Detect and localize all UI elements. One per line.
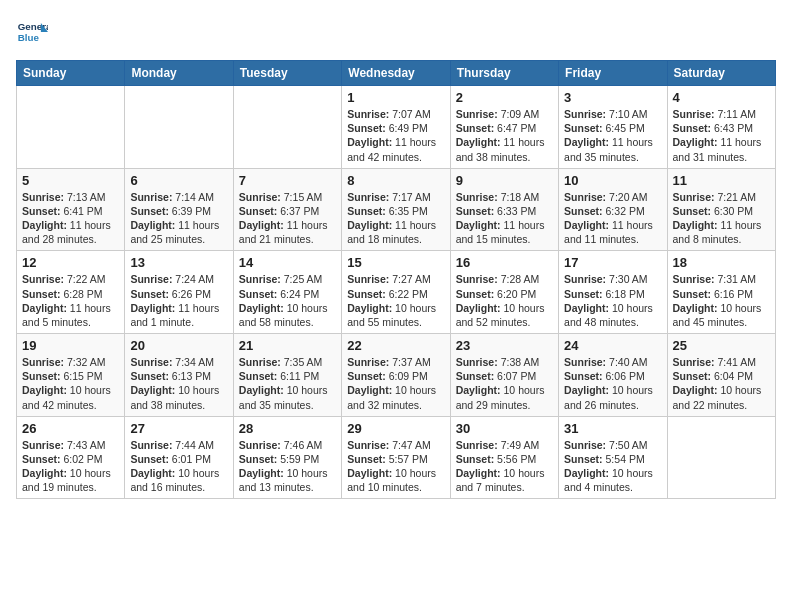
day-info: Daylight: 10 hours and 42 minutes. — [22, 383, 119, 411]
day-cell: 9Sunrise: 7:18 AMSunset: 6:33 PMDaylight… — [450, 168, 558, 251]
weekday-header-row: SundayMondayTuesdayWednesdayThursdayFrid… — [17, 61, 776, 86]
day-info: Sunrise: 7:28 AM — [456, 272, 553, 286]
day-number: 18 — [673, 255, 770, 270]
day-info: Sunrise: 7:32 AM — [22, 355, 119, 369]
day-info: Sunrise: 7:21 AM — [673, 190, 770, 204]
weekday-monday: Monday — [125, 61, 233, 86]
day-cell — [125, 86, 233, 169]
day-info: Daylight: 10 hours and 58 minutes. — [239, 301, 336, 329]
day-number: 11 — [673, 173, 770, 188]
day-number: 14 — [239, 255, 336, 270]
day-number: 24 — [564, 338, 661, 353]
day-info: Daylight: 10 hours and 45 minutes. — [673, 301, 770, 329]
day-info: Daylight: 11 hours and 5 minutes. — [22, 301, 119, 329]
week-row-2: 12Sunrise: 7:22 AMSunset: 6:28 PMDayligh… — [17, 251, 776, 334]
day-info: Sunrise: 7:40 AM — [564, 355, 661, 369]
day-info: Sunrise: 7:44 AM — [130, 438, 227, 452]
day-number: 5 — [22, 173, 119, 188]
day-cell: 18Sunrise: 7:31 AMSunset: 6:16 PMDayligh… — [667, 251, 775, 334]
day-number: 13 — [130, 255, 227, 270]
day-info: Sunrise: 7:14 AM — [130, 190, 227, 204]
day-info: Daylight: 10 hours and 38 minutes. — [130, 383, 227, 411]
day-number: 6 — [130, 173, 227, 188]
weekday-friday: Friday — [559, 61, 667, 86]
day-number: 31 — [564, 421, 661, 436]
day-info: Sunrise: 7:10 AM — [564, 107, 661, 121]
day-number: 9 — [456, 173, 553, 188]
day-info: Sunset: 6:49 PM — [347, 121, 444, 135]
page-header: General Blue — [16, 16, 776, 48]
day-cell: 17Sunrise: 7:30 AMSunset: 6:18 PMDayligh… — [559, 251, 667, 334]
calendar-body: 1Sunrise: 7:07 AMSunset: 6:49 PMDaylight… — [17, 86, 776, 499]
day-info: Sunset: 6:13 PM — [130, 369, 227, 383]
day-number: 10 — [564, 173, 661, 188]
day-info: Sunset: 6:33 PM — [456, 204, 553, 218]
day-info: Sunrise: 7:37 AM — [347, 355, 444, 369]
day-cell: 19Sunrise: 7:32 AMSunset: 6:15 PMDayligh… — [17, 334, 125, 417]
day-info: Sunset: 6:01 PM — [130, 452, 227, 466]
day-cell: 23Sunrise: 7:38 AMSunset: 6:07 PMDayligh… — [450, 334, 558, 417]
day-info: Sunset: 5:56 PM — [456, 452, 553, 466]
day-cell: 26Sunrise: 7:43 AMSunset: 6:02 PMDayligh… — [17, 416, 125, 499]
day-info: Daylight: 10 hours and 4 minutes. — [564, 466, 661, 494]
day-number: 15 — [347, 255, 444, 270]
day-number: 16 — [456, 255, 553, 270]
day-info: Sunrise: 7:46 AM — [239, 438, 336, 452]
day-number: 28 — [239, 421, 336, 436]
day-info: Sunset: 6:07 PM — [456, 369, 553, 383]
day-info: Sunset: 6:09 PM — [347, 369, 444, 383]
day-info: Daylight: 10 hours and 26 minutes. — [564, 383, 661, 411]
day-info: Sunset: 6:47 PM — [456, 121, 553, 135]
day-info: Sunset: 6:37 PM — [239, 204, 336, 218]
day-info: Sunset: 6:11 PM — [239, 369, 336, 383]
day-info: Sunset: 6:39 PM — [130, 204, 227, 218]
day-cell: 28Sunrise: 7:46 AMSunset: 5:59 PMDayligh… — [233, 416, 341, 499]
day-cell: 1Sunrise: 7:07 AMSunset: 6:49 PMDaylight… — [342, 86, 450, 169]
day-cell — [17, 86, 125, 169]
day-cell — [667, 416, 775, 499]
day-number: 27 — [130, 421, 227, 436]
day-info: Daylight: 11 hours and 42 minutes. — [347, 135, 444, 163]
day-info: Daylight: 10 hours and 16 minutes. — [130, 466, 227, 494]
day-info: Daylight: 11 hours and 31 minutes. — [673, 135, 770, 163]
day-cell: 22Sunrise: 7:37 AMSunset: 6:09 PMDayligh… — [342, 334, 450, 417]
day-info: Sunrise: 7:47 AM — [347, 438, 444, 452]
day-info: Daylight: 10 hours and 32 minutes. — [347, 383, 444, 411]
day-info: Sunrise: 7:24 AM — [130, 272, 227, 286]
day-info: Daylight: 11 hours and 21 minutes. — [239, 218, 336, 246]
day-info: Daylight: 11 hours and 11 minutes. — [564, 218, 661, 246]
day-cell: 10Sunrise: 7:20 AMSunset: 6:32 PMDayligh… — [559, 168, 667, 251]
day-cell: 6Sunrise: 7:14 AMSunset: 6:39 PMDaylight… — [125, 168, 233, 251]
day-info: Sunrise: 7:30 AM — [564, 272, 661, 286]
day-info: Sunrise: 7:13 AM — [22, 190, 119, 204]
day-info: Daylight: 10 hours and 13 minutes. — [239, 466, 336, 494]
day-number: 2 — [456, 90, 553, 105]
day-info: Daylight: 10 hours and 22 minutes. — [673, 383, 770, 411]
day-info: Sunset: 6:24 PM — [239, 287, 336, 301]
week-row-1: 5Sunrise: 7:13 AMSunset: 6:41 PMDaylight… — [17, 168, 776, 251]
day-info: Daylight: 11 hours and 8 minutes. — [673, 218, 770, 246]
svg-text:Blue: Blue — [18, 32, 40, 43]
day-info: Daylight: 11 hours and 15 minutes. — [456, 218, 553, 246]
day-info: Sunrise: 7:27 AM — [347, 272, 444, 286]
day-info: Sunset: 5:54 PM — [564, 452, 661, 466]
day-number: 1 — [347, 90, 444, 105]
day-number: 17 — [564, 255, 661, 270]
day-info: Sunset: 6:22 PM — [347, 287, 444, 301]
day-cell: 29Sunrise: 7:47 AMSunset: 5:57 PMDayligh… — [342, 416, 450, 499]
calendar-table: SundayMondayTuesdayWednesdayThursdayFrid… — [16, 60, 776, 499]
day-info: Daylight: 10 hours and 48 minutes. — [564, 301, 661, 329]
day-cell: 30Sunrise: 7:49 AMSunset: 5:56 PMDayligh… — [450, 416, 558, 499]
day-cell: 25Sunrise: 7:41 AMSunset: 6:04 PMDayligh… — [667, 334, 775, 417]
day-info: Sunrise: 7:49 AM — [456, 438, 553, 452]
day-info: Sunset: 6:18 PM — [564, 287, 661, 301]
day-cell: 4Sunrise: 7:11 AMSunset: 6:43 PMDaylight… — [667, 86, 775, 169]
day-number: 22 — [347, 338, 444, 353]
day-cell: 20Sunrise: 7:34 AMSunset: 6:13 PMDayligh… — [125, 334, 233, 417]
day-number: 30 — [456, 421, 553, 436]
day-info: Sunrise: 7:34 AM — [130, 355, 227, 369]
day-info: Sunrise: 7:50 AM — [564, 438, 661, 452]
day-number: 7 — [239, 173, 336, 188]
day-info: Sunset: 6:16 PM — [673, 287, 770, 301]
day-number: 19 — [22, 338, 119, 353]
